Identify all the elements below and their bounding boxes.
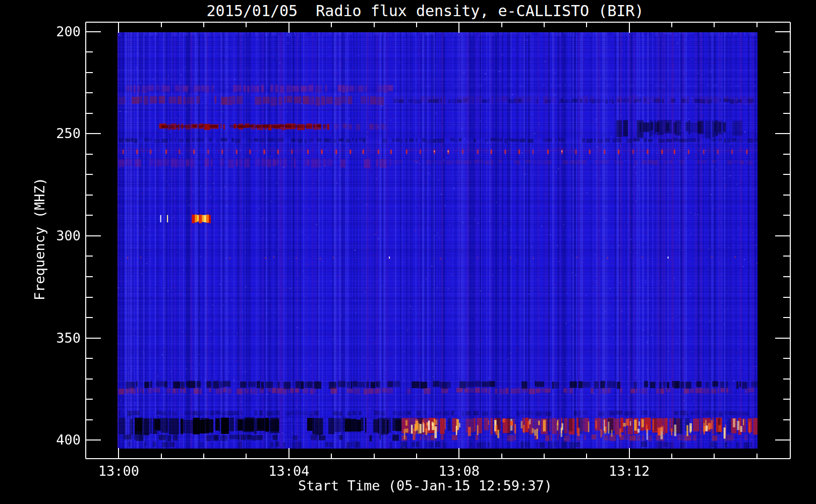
x-tick-label: 13:00 (78, 463, 159, 479)
x-tick-label: 13:08 (419, 463, 499, 479)
y-tick-label: 400 (29, 432, 81, 448)
y-tick-label: 250 (29, 126, 81, 141)
spectrogram-page: 2015/01/05 Radio flux density, e-CALLIST… (0, 0, 816, 504)
y-axis-title: Frequency (MHZ) (32, 177, 47, 300)
x-tick-label: 13:12 (589, 463, 670, 479)
y-tick-label: 350 (29, 331, 81, 346)
axes-overlay (0, 0, 816, 504)
x-axis-title: Start Time (05-Jan-15 12:59:37) (298, 478, 552, 493)
y-tick-label: 200 (29, 24, 81, 39)
x-tick-label: 13:04 (249, 463, 329, 479)
